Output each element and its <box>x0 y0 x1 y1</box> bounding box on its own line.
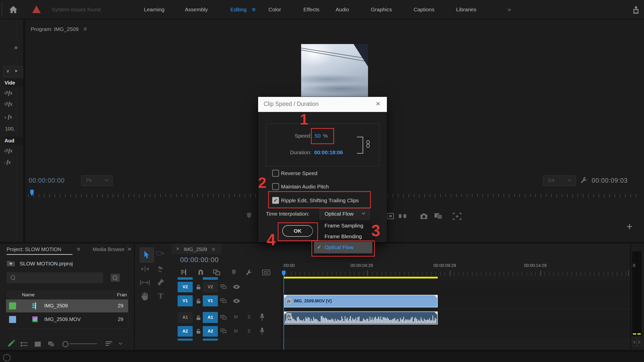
settings-wrench-icon[interactable] <box>580 176 588 184</box>
hand-tool[interactable] <box>141 292 149 300</box>
sync-lock-icon[interactable] <box>220 298 226 303</box>
zoom-level-select[interactable]: Fit <box>81 175 113 186</box>
search-bin-icon[interactable] <box>111 274 120 282</box>
fx-motion-row[interactable]: ↺fx <box>4 90 12 96</box>
workspace-tab-libraries[interactable]: Libraries <box>456 7 476 13</box>
fx-opacity-row[interactable]: ↺fx <box>4 101 12 107</box>
menu-item-frame-blending[interactable]: Frame Blending <box>314 231 372 242</box>
reverse-speed-checkbox[interactable] <box>272 170 279 177</box>
workspace-tab-graphics[interactable]: Graphics <box>371 7 392 13</box>
tab-close-icon[interactable]: × <box>176 246 179 252</box>
label-color-swatch[interactable] <box>9 302 16 309</box>
creative-cloud-icon[interactable] <box>3 354 11 361</box>
solo-button[interactable]: S <box>248 329 251 334</box>
chevron-right-icon[interactable]: ▶ <box>15 69 18 72</box>
add-button[interactable]: + <box>626 221 633 233</box>
fx-reset-icon[interactable]: ↺ <box>4 101 8 107</box>
voiceover-mic-icon[interactable] <box>260 313 265 320</box>
type-tool[interactable]: T <box>158 291 163 301</box>
workspace-tab-audio[interactable]: Audio <box>336 7 349 13</box>
system-issues-label[interactable]: System issues found <box>52 7 101 13</box>
linked-selection-icon[interactable] <box>213 270 220 275</box>
column-header-frame-rate[interactable]: Fran <box>117 292 127 298</box>
share-icon[interactable] <box>632 6 640 14</box>
solo-button[interactable]: S <box>632 338 637 346</box>
track-v3-target-partial[interactable] <box>203 277 218 280</box>
breadcrumb[interactable]: SLOW MOTION.prproj <box>20 261 73 267</box>
project-item-row[interactable]: IMG_2509.MOV 29 <box>6 313 128 326</box>
search-input[interactable] <box>7 272 103 283</box>
solo-button[interactable]: S <box>248 314 251 320</box>
track-a1-source-button[interactable]: A1 <box>178 312 193 323</box>
zoom-slider-track[interactable] <box>69 343 97 344</box>
track-lane-a2[interactable] <box>282 325 630 338</box>
timeline-playhead-line[interactable] <box>284 271 284 350</box>
lock-icon[interactable] <box>196 298 201 304</box>
pen-tool[interactable] <box>157 278 165 286</box>
speed-value-partial[interactable]: 100, <box>5 126 15 132</box>
workspace-tab-captions[interactable]: Captions <box>414 7 434 13</box>
panel-collapse-icon[interactable]: » <box>14 44 18 51</box>
effect-controls-expander[interactable]: ∨ ▶ <box>4 66 23 77</box>
workspace-tab-learning[interactable]: Learning <box>144 7 165 13</box>
track-a3-target-partial[interactable] <box>203 339 218 341</box>
home-icon[interactable] <box>9 6 18 14</box>
list-view-icon[interactable] <box>21 342 28 347</box>
duration-value[interactable]: 00:00:18:06 <box>314 149 343 155</box>
project-item-row[interactable]: IMG_2509 29 <box>6 299 128 312</box>
razor-tool[interactable] <box>157 266 165 273</box>
track-output-eye-icon[interactable] <box>233 299 240 303</box>
track-v3-source-partial[interactable] <box>178 277 193 280</box>
warning-icon[interactable] <box>32 6 41 13</box>
multicam-icon[interactable] <box>453 213 461 220</box>
column-divider[interactable] <box>19 290 19 300</box>
sync-lock-icon[interactable] <box>220 284 226 289</box>
mute-button[interactable]: M <box>234 314 238 320</box>
chevron-down-icon[interactable]: ∨ <box>4 115 7 119</box>
workspace-overflow-icon[interactable]: » <box>508 6 511 13</box>
sync-lock-icon[interactable] <box>220 329 226 333</box>
track-v2-target-button[interactable]: V2 <box>203 282 218 292</box>
fx-volume-row[interactable]: ↺fx <box>4 148 12 154</box>
folder-up-icon[interactable] <box>7 260 15 267</box>
program-timecode[interactable]: 00:00:00:00 <box>29 177 65 184</box>
slip-tool[interactable] <box>140 279 150 286</box>
add-marker-icon[interactable] <box>247 213 251 218</box>
workspace-tab-assembly[interactable]: Assembly <box>185 7 208 13</box>
playback-resolution-select[interactable]: 1/4 <box>543 175 576 186</box>
tab-project[interactable]: Project: SLOW MOTION <box>7 247 61 252</box>
maintain-audio-pitch-checkbox[interactable] <box>272 183 279 190</box>
fx-collapsed-row[interactable]: › fx <box>4 159 11 165</box>
timeline-ruler[interactable] <box>282 272 630 276</box>
voiceover-mic-icon[interactable] <box>260 328 265 335</box>
dialog-title-bar[interactable]: Clip Speed / Duration × <box>258 97 387 112</box>
column-divider[interactable] <box>114 290 114 300</box>
add-marker-icon[interactable] <box>232 270 236 275</box>
chevron-down-icon[interactable] <box>119 341 122 345</box>
list-right-border[interactable] <box>128 290 128 329</box>
chevron-right-icon[interactable]: › <box>4 160 5 165</box>
timeline-wrench-icon[interactable] <box>246 269 252 276</box>
zoom-slider-handle[interactable] <box>62 341 68 347</box>
workspace-tab-color[interactable]: Color <box>268 7 281 13</box>
icon-view-icon[interactable] <box>35 342 41 347</box>
mute-button[interactable]: M <box>234 329 238 334</box>
fx-reset-icon[interactable]: ↺ <box>4 90 8 96</box>
sort-icon[interactable] <box>106 341 113 346</box>
extract-icon[interactable] <box>398 213 407 219</box>
workspace-menu-icon[interactable]: ≡ <box>252 6 256 13</box>
solo-button[interactable]: S <box>637 338 641 346</box>
video-clip[interactable]: fx IMG_2509.MOV [V] <box>284 295 438 307</box>
column-header-name[interactable]: Name <box>22 292 35 298</box>
workspace-tab-editing[interactable]: Editing <box>230 7 247 13</box>
snap-magnet-icon[interactable] <box>198 269 204 275</box>
track-a2-target-button[interactable]: A2 <box>203 326 218 337</box>
captions-cc-icon[interactable]: CC <box>262 270 270 275</box>
track-v1-source-button[interactable]: V1 <box>178 295 193 306</box>
comparison-view-icon[interactable] <box>434 213 443 219</box>
item-name[interactable]: IMG_2509.MOV <box>44 316 81 322</box>
timeline-tab-label[interactable]: IMG_2509 <box>184 247 207 252</box>
close-icon[interactable]: × <box>376 99 380 108</box>
track-v2-source-button[interactable]: V2 <box>178 282 193 292</box>
fx-reset-icon[interactable]: ↺ <box>4 148 8 153</box>
